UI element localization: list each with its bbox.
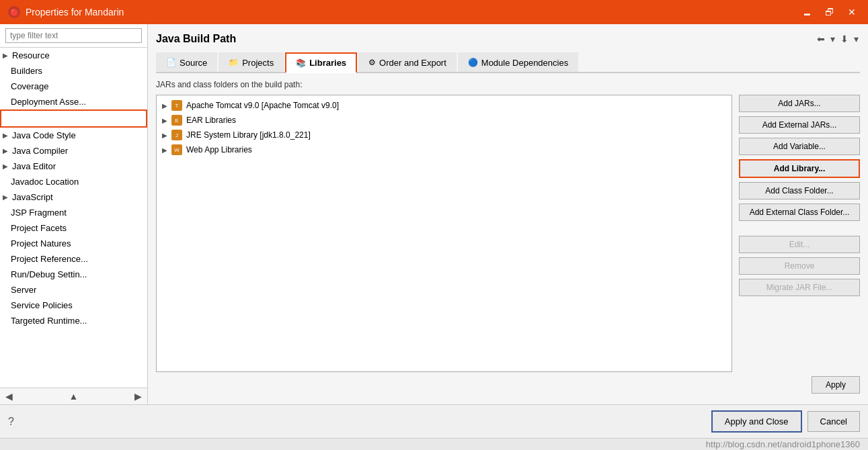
tab-icon-libraries: 📚	[296, 58, 306, 68]
main-area: ▶ResourceBuildersCoverageDeployment Asse…	[0, 24, 868, 404]
libraries-list[interactable]: ▶TApache Tomcat v9.0 [Apache Tomcat v9.0…	[156, 95, 732, 372]
tab-libraries[interactable]: 📚Libraries	[285, 52, 357, 73]
sidebar-item-label: JSP Fragment	[11, 208, 67, 218]
sidebar-item-builders[interactable]: Builders	[0, 63, 147, 79]
tab-label-order-and-export: Order and Export	[379, 58, 446, 68]
tab-icon-module-dependencies: 🔵	[468, 58, 478, 67]
back-button[interactable]: ⬅	[816, 32, 826, 46]
title-bar-left: 🔴 Properties for Mandarin	[8, 6, 124, 18]
sidebar-item-label: Targeted Runtime...	[11, 316, 87, 326]
sidebar-item-javascript[interactable]: ▶JavaScript	[0, 189, 147, 205]
sidebar-item-resource[interactable]: ▶Resource	[0, 48, 147, 63]
help-icon[interactable]: ?	[8, 416, 14, 428]
sidebar-item-run-debug-settings[interactable]: Run/Debug Settin...	[0, 267, 147, 282]
tab-label-module-dependencies: Module Dependencies	[481, 58, 568, 68]
sidebar-item-java-code-style[interactable]: ▶Java Code Style	[0, 128, 147, 143]
apply-area: Apply	[156, 372, 860, 396]
lib-item-apache-tomcat[interactable]: ▶TApache Tomcat v9.0 [Apache Tomcat v9.0…	[157, 98, 732, 113]
add-external-jars-button[interactable]: Add External JARs...	[739, 116, 860, 134]
tab-projects[interactable]: 📁Projects	[219, 52, 284, 72]
button-spacer	[739, 225, 860, 232]
filter-input[interactable]	[5, 28, 142, 43]
sidebar-item-java-compiler[interactable]: ▶Java Compiler	[0, 143, 147, 159]
sidebar-item-jsp-fragment[interactable]: JSP Fragment	[0, 205, 147, 220]
lib-arrow-icon: ▶	[162, 132, 167, 139]
sidebar-item-label: Java Editor	[12, 161, 56, 171]
history-button[interactable]: ⬇	[839, 32, 850, 46]
sidebar-item-label: Builders	[11, 66, 42, 76]
status-bar: http://blog.csdn.net/android1phone1360	[0, 438, 868, 450]
sidebar-item-project-references[interactable]: Project Reference...	[0, 251, 147, 267]
sidebar-item-project-natures[interactable]: Project Natures	[0, 236, 147, 251]
lib-label: JRE System Library [jdk1.8.0_221]	[186, 130, 311, 140]
add-variable-button[interactable]: Add Variable...	[739, 138, 860, 155]
sidebar-item-label: Java Code Style	[12, 130, 76, 140]
add-external-class-folder-button[interactable]: Add External Class Folder...	[739, 204, 860, 221]
sidebar-item-service-policies[interactable]: Service Policies	[0, 298, 147, 313]
window-title: Properties for Mandarin	[26, 7, 124, 17]
tab-order-and-export[interactable]: ⚙Order and Export	[358, 52, 457, 72]
sidebar-arrow-icon: ▶	[3, 163, 8, 170]
sidebar-item-project-facets[interactable]: Project Facets	[0, 220, 147, 236]
sidebar-item-label: Java Compiler	[12, 146, 68, 156]
tab-icon-order-and-export: ⚙	[368, 58, 376, 67]
apply-button[interactable]: Apply	[812, 376, 860, 394]
sidebar-item-javadoc-location[interactable]: Javadoc Location	[0, 174, 147, 189]
sidebar-item-deployment-assembly[interactable]: Deployment Asse...	[0, 94, 147, 109]
sidebar-item-java-editor[interactable]: ▶Java Editor	[0, 159, 147, 174]
lib-arrow-icon: ▶	[162, 117, 167, 124]
tab-source[interactable]: 📄Source	[156, 52, 217, 72]
minimize-button[interactable]: 🗕	[798, 5, 816, 19]
sidebar-item-label: JavaScript	[12, 192, 53, 202]
build-path-container: ▶TApache Tomcat v9.0 [Apache Tomcat v9.0…	[156, 95, 860, 372]
tab-icon-source: 📄	[166, 58, 176, 67]
add-class-folder-button[interactable]: Add Class Folder...	[739, 182, 860, 199]
migrate-jar-file-button: Migrate JAR File...	[739, 279, 860, 296]
cancel-button[interactable]: Cancel	[807, 411, 860, 432]
sidebar-scroll-right[interactable]: ▶	[132, 390, 145, 403]
lib-label: EAR Libraries	[186, 116, 236, 125]
eclipse-icon: 🔴	[8, 6, 20, 18]
sidebar-item-label: Project Natures	[11, 238, 71, 249]
forward-dropdown-button[interactable]: ▾	[829, 32, 836, 46]
build-path-description: JARs and class folders on the build path…	[156, 80, 860, 89]
lib-icon: T	[171, 100, 182, 111]
remove-button: Remove	[739, 257, 860, 275]
sidebar-arrow-icon: ▶	[3, 147, 8, 154]
sidebar-item-targeted-runtime[interactable]: Targeted Runtime...	[0, 313, 147, 328]
sidebar-arrow-icon: ▶	[3, 52, 8, 59]
sidebar-item-java-build-path[interactable]: Java Build Path	[0, 109, 147, 128]
lib-icon: W	[171, 144, 182, 155]
sidebar: ▶ResourceBuildersCoverageDeployment Asse…	[0, 24, 148, 404]
add-jars-button[interactable]: Add JARs...	[739, 95, 860, 112]
sidebar-item-label: Java Build Path	[12, 114, 77, 124]
sidebar-item-label: Javadoc Location	[11, 177, 79, 187]
sidebar-scroll-up[interactable]: ▲	[67, 390, 81, 403]
content-nav-icons: ⬅ ▾ ⬇ ▾	[816, 32, 860, 46]
tabs: 📄Source📁Projects📚Libraries⚙Order and Exp…	[156, 52, 860, 73]
sidebar-item-label: Project Reference...	[11, 254, 88, 264]
sidebar-item-label: Project Facets	[11, 223, 67, 233]
lib-item-web-app-libraries[interactable]: ▶WWeb App Libraries	[157, 142, 732, 157]
edit-button: Edit...	[739, 236, 860, 253]
title-bar-controls: 🗕 🗗 ✕	[798, 5, 860, 19]
tab-label-libraries: Libraries	[309, 58, 346, 68]
dialog-body: ▶ResourceBuildersCoverageDeployment Asse…	[0, 24, 868, 450]
add-library-button[interactable]: Add Library...	[739, 159, 860, 178]
sidebar-arrow-icon: ▶	[3, 132, 8, 139]
content-header: Java Build Path ⬅ ▾ ⬇ ▾	[156, 32, 860, 46]
lib-item-ear-libraries[interactable]: ▶EEAR Libraries	[157, 113, 732, 128]
more-button[interactable]: ▾	[853, 32, 860, 46]
lib-item-jre-system-library[interactable]: ▶JJRE System Library [jdk1.8.0_221]	[157, 128, 732, 142]
sidebar-arrow-icon: ▶	[3, 193, 8, 201]
tab-module-dependencies[interactable]: 🔵Module Dependencies	[458, 52, 578, 72]
page-title: Java Build Path	[156, 33, 236, 45]
close-button[interactable]: ✕	[844, 5, 860, 19]
sidebar-item-coverage[interactable]: Coverage	[0, 79, 147, 94]
sidebar-item-label: Resource	[12, 50, 50, 60]
sidebar-item-server[interactable]: Server	[0, 282, 147, 298]
maximize-button[interactable]: 🗗	[821, 5, 838, 19]
sidebar-scroll-left[interactable]: ◀	[3, 390, 15, 403]
apply-and-close-button[interactable]: Apply and Close	[711, 410, 802, 433]
tab-label-projects: Projects	[242, 58, 274, 68]
